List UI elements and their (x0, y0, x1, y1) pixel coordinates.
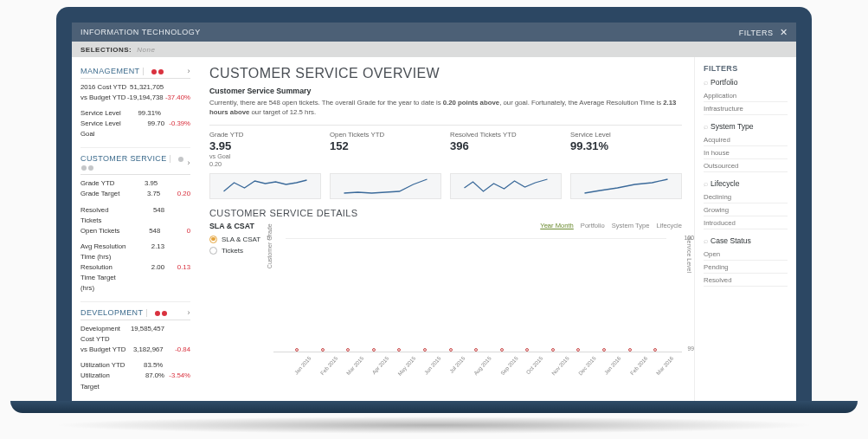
kv-row: Service Level Goal99.70-0.39% (80, 119, 190, 139)
kpi-grade: Grade YTD 3.95 vs Goal 0.20 (209, 131, 321, 168)
filter-item[interactable]: Growing (704, 203, 788, 216)
filter-group-title: Case Status (704, 236, 788, 245)
filter-group: System TypeAcquiredIn houseOutsourced (704, 122, 788, 172)
x-tick: Nov 2015 (550, 355, 570, 376)
filter-item[interactable]: Application (704, 89, 788, 102)
x-tick: May 2015 (396, 355, 416, 377)
x-tick: Jul 2015 (447, 355, 466, 374)
kv-row: Resolution Time Target (hrs)2.000.13 (80, 262, 190, 294)
kv-row: Service Level99.31% (80, 108, 190, 119)
chevron-right-icon: › (188, 67, 190, 75)
kv-row: Utilization Target87.0%-3.54% (80, 371, 190, 391)
x-tick: Jan 2016 (603, 355, 622, 376)
left-panels: MANAGEMENT | › 2016 Cost YTD51,321,705vs… (72, 57, 197, 405)
kv-row: Development Cost YTD19,585,457 (80, 324, 190, 345)
kv-row: Resolved Tickets548 (80, 205, 190, 226)
app-title: INFORMATION TECHNOLOGY (80, 28, 201, 36)
filters-panel: FILTERS PortfolioApplicationInfrastructu… (694, 57, 796, 405)
kpi-resolved: Resolved Tickets YTD 396 (450, 131, 562, 168)
sparkline-open (330, 173, 441, 199)
kv-row: vs Budget YTD-19,194,738-37.40% (80, 93, 190, 103)
x-tick: Feb 2015 (318, 355, 338, 376)
page-title: CUSTOMER SERVICE OVERVIEW (209, 66, 682, 81)
app-screen: INFORMATION TECHNOLOGY FILTERS ✕ SELECTI… (72, 23, 796, 405)
kv-row: Open Tickets5480 (80, 226, 190, 236)
filter-group-title: Lifecycle (704, 179, 788, 188)
x-tick: Aug 2015 (473, 355, 492, 376)
chevron-right-icon: › (188, 158, 190, 167)
kv-row: 2016 Cost YTD51,321,705 (80, 82, 190, 93)
panel-development[interactable]: DEVELOPMENT | › (80, 304, 190, 320)
tab-year-month[interactable]: Year Month (540, 222, 574, 229)
tab-system-type[interactable]: System Type (612, 222, 650, 229)
x-tick: Feb 2016 (628, 355, 648, 376)
sparkline-resolved (450, 173, 562, 199)
tab-lifecycle[interactable]: Lifecycle (656, 222, 682, 229)
chevron-right-icon: › (188, 308, 190, 317)
selections-bar: SELECTIONS: None (72, 42, 796, 57)
kpi-open: Open Tickets YTD 152 (330, 131, 441, 168)
filter-item[interactable]: Introduced (704, 216, 788, 229)
filter-item[interactable]: Infrastructure (704, 102, 788, 115)
panel-management[interactable]: MANAGEMENT | › (80, 62, 190, 79)
filter-group: PortfolioApplicationInfrastructure (704, 78, 788, 115)
top-bar: INFORMATION TECHNOLOGY FILTERS ✕ (72, 23, 796, 42)
details-subtitle: SLA & CSAT (209, 222, 265, 230)
sparkline-sl (570, 173, 682, 199)
filter-item[interactable]: Pending (704, 261, 788, 274)
x-tick: Sep 2015 (498, 355, 518, 376)
selections-value: None (137, 46, 155, 54)
details-title: CUSTOMER SERVICE DETAILS (209, 208, 682, 218)
x-tick: Dec 2015 (577, 355, 597, 376)
x-tick: Mar 2016 (655, 355, 675, 376)
filter-group-title: System Type (704, 122, 788, 131)
summary-text: Currently, there are 548 open tickets. T… (209, 98, 682, 118)
kv-row: vs Budget YTD3,182,967-0.84 (80, 345, 190, 355)
x-tick: Jan 2015 (293, 355, 312, 376)
filter-item[interactable]: Declining (704, 190, 788, 203)
x-tick: Oct 2015 (524, 355, 543, 375)
bar-chart: Customer Grade Service Level 5 100% 99% (273, 231, 682, 352)
x-tick: Jun 2015 (423, 355, 442, 376)
filter-group: Case StatusOpenPendingResolved (704, 236, 788, 287)
sparkline-grade (209, 173, 321, 199)
filter-item[interactable]: Acquired (704, 133, 788, 146)
panel-customer-service[interactable]: CUSTOMER SERVICE | › (80, 150, 190, 175)
summary-title: Customer Service Summary (209, 87, 682, 95)
chart-tabs: Year Month Portfolio System Type Lifecyc… (273, 222, 682, 229)
kpi-row: Grade YTD 3.95 vs Goal 0.20 Open Tickets… (209, 125, 682, 168)
filter-item[interactable]: Resolved (704, 274, 788, 287)
x-tick: Mar 2015 (344, 355, 364, 376)
filters-title: FILTERS (704, 64, 788, 73)
filter-item[interactable]: In house (704, 146, 788, 159)
radio-sla-csat[interactable]: SLA & CSAT (209, 236, 265, 243)
kpi-service-level: Service Level 99.31% (570, 131, 682, 168)
filters-toggle[interactable]: FILTERS ✕ (739, 27, 788, 38)
filter-item[interactable]: Outsourced (704, 159, 788, 172)
radio-tickets[interactable]: Tickets (209, 247, 265, 255)
kv-row: Grade YTD3.95 (80, 178, 190, 189)
close-icon[interactable]: ✕ (780, 27, 788, 37)
kv-row: Avg Resolution Time (hrs)2.13 (80, 242, 190, 262)
filter-group: LifecycleDecliningGrowingIntroduced (704, 179, 788, 229)
filter-item[interactable]: Open (704, 248, 788, 261)
tab-portfolio[interactable]: Portfolio (581, 222, 605, 229)
kv-row: Utilization YTD83.5% (80, 360, 190, 371)
kv-row: Grade Target3.750.20 (80, 189, 190, 199)
x-tick: Apr 2015 (370, 355, 389, 375)
filter-group-title: Portfolio (704, 78, 788, 87)
main-content: CUSTOMER SERVICE OVERVIEW Customer Servi… (197, 57, 694, 405)
